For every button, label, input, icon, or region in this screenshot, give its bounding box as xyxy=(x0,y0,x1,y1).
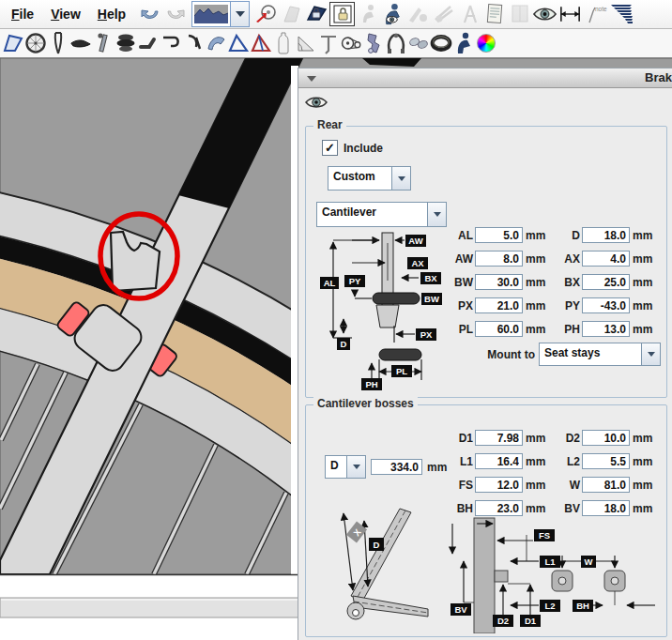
label-ax: AX xyxy=(552,252,580,266)
frame-lock-icon[interactable] xyxy=(304,2,329,27)
svg-text:BV: BV xyxy=(454,604,467,615)
bike-export-icon[interactable] xyxy=(253,2,279,27)
svg-text:PX: PX xyxy=(420,329,433,340)
frame-triangle-red-icon[interactable] xyxy=(250,31,272,56)
label-l2: L2 xyxy=(552,455,580,468)
menu-help[interactable]: Help xyxy=(92,3,137,25)
derailleur-icon[interactable] xyxy=(362,31,385,56)
menu-view[interactable]: View xyxy=(45,3,92,25)
input-d[interactable] xyxy=(582,227,630,243)
cantilever-bosses-group: Cantilever bosses D1 mm D2 mm L1 mm L2 m… xyxy=(305,404,667,637)
handlebar-icon[interactable] xyxy=(160,31,182,56)
visibility-eye-button[interactable] xyxy=(303,94,329,111)
tools-disabled-icon-2[interactable] xyxy=(431,2,456,27)
doc-disabled-icon[interactable] xyxy=(507,2,532,27)
drivetrain-icon[interactable] xyxy=(340,31,362,56)
svg-text:L2: L2 xyxy=(544,601,555,611)
input-aw[interactable] xyxy=(475,251,523,267)
bottle-icon[interactable] xyxy=(272,31,295,56)
panel-header[interactable]: Brak xyxy=(298,69,672,88)
wheel-icon[interactable] xyxy=(24,31,47,56)
rear-group: Rear ✓ Include Custom Cantilever xyxy=(305,126,667,398)
input-bx[interactable] xyxy=(582,274,630,290)
input-al[interactable] xyxy=(475,227,523,243)
frame-junction-diagram: X D xyxy=(325,504,430,633)
input-ph[interactable] xyxy=(582,321,630,337)
frame-triangle-blue-icon[interactable] xyxy=(227,31,250,56)
label-ph: PH xyxy=(552,323,580,336)
menubar: File View Help xyxy=(0,0,672,29)
label-al: AL xyxy=(445,229,473,242)
tools-disabled-icon-1[interactable] xyxy=(405,2,431,27)
input-w[interactable] xyxy=(582,477,630,493)
menu-file[interactable]: File xyxy=(6,3,45,25)
note-pen-icon[interactable]: note xyxy=(583,2,608,27)
redo-icon[interactable] xyxy=(162,2,188,27)
measure-icon[interactable] xyxy=(557,2,583,27)
dropdown-arrow-icon[interactable] xyxy=(391,167,410,190)
mount-to-select[interactable]: Seat stays xyxy=(539,343,661,366)
input-l2[interactable] xyxy=(582,453,630,469)
boss-cross-section-diagram: FS L1 W L2 BH BV D2 D1 xyxy=(439,516,664,633)
dropdown-arrow-icon[interactable] xyxy=(346,456,365,478)
svg-text:BX: BX xyxy=(424,273,437,283)
input-px[interactable] xyxy=(475,297,523,313)
rear-group-title: Rear xyxy=(313,118,346,131)
mount-to-label: Mount to xyxy=(487,348,535,361)
dropdown-arrow-icon[interactable] xyxy=(641,343,660,365)
svg-text:D: D xyxy=(374,540,380,550)
input-ax[interactable] xyxy=(582,251,630,267)
preview-dropdown-button[interactable] xyxy=(230,2,249,26)
tube-miter-icon[interactable] xyxy=(317,31,340,56)
stem-icon[interactable] xyxy=(137,31,160,56)
include-checkbox[interactable]: ✓ xyxy=(322,140,338,156)
notes-doc-icon[interactable] xyxy=(481,2,507,27)
input-boss-diameter[interactable] xyxy=(371,459,422,475)
rider-disabled-icon[interactable] xyxy=(355,2,380,27)
svg-text:PL: PL xyxy=(396,366,407,376)
input-pl[interactable] xyxy=(475,321,523,337)
collapse-arrow-icon[interactable] xyxy=(307,76,316,82)
preview-thumbnail-select[interactable] xyxy=(191,1,250,27)
polygon-disabled-icon[interactable] xyxy=(279,2,304,27)
label-py: PY xyxy=(552,299,580,312)
fender-icon[interactable] xyxy=(205,31,227,56)
input-bw[interactable] xyxy=(475,274,523,290)
colorwheel-glyph xyxy=(477,34,496,53)
input-bh[interactable] xyxy=(475,500,523,516)
svg-text:L1: L1 xyxy=(544,556,556,567)
input-fs[interactable] xyxy=(475,477,523,493)
parts-toolbar xyxy=(0,29,672,58)
label-bx: BX xyxy=(552,276,580,289)
svg-text:AW: AW xyxy=(408,236,422,246)
geometry-compass-icon[interactable] xyxy=(295,31,317,56)
label-px: PX xyxy=(445,299,473,312)
svg-text:D1: D1 xyxy=(525,616,537,626)
rider-icon[interactable] xyxy=(452,31,475,56)
input-py[interactable] xyxy=(582,297,630,313)
label-d1: D1 xyxy=(445,432,473,445)
eye-icon[interactable] xyxy=(532,2,557,27)
rider-eye-icon[interactable] xyxy=(380,2,405,27)
input-bv[interactable] xyxy=(582,500,630,516)
brake-lever-icon[interactable] xyxy=(182,31,205,56)
input-d1[interactable] xyxy=(475,430,523,446)
frame-icon[interactable] xyxy=(2,31,24,56)
headset-icon[interactable] xyxy=(115,31,137,56)
input-d2[interactable] xyxy=(582,430,630,446)
brake-caliper-icon[interactable] xyxy=(385,31,407,56)
brake-preset-select[interactable]: Custom xyxy=(328,166,411,190)
fork-icon[interactable] xyxy=(47,31,69,56)
tools-disabled-icon-3[interactable] xyxy=(456,2,481,27)
tire-icon[interactable] xyxy=(430,31,452,56)
colorwheel-icon[interactable] xyxy=(475,31,497,56)
brake-panel: Brak Rear ✓ Include Custom Cantilever xyxy=(298,68,672,640)
svg-text:BH: BH xyxy=(576,601,589,611)
bearing-icon[interactable] xyxy=(407,31,430,56)
seatpost-icon[interactable] xyxy=(92,31,115,56)
window-lock-icon[interactable] xyxy=(329,2,355,26)
boss-diameter-select[interactable]: D xyxy=(325,455,366,479)
saddle-icon[interactable] xyxy=(69,31,92,56)
undo-icon[interactable] xyxy=(137,2,162,27)
input-l1[interactable] xyxy=(475,453,523,469)
